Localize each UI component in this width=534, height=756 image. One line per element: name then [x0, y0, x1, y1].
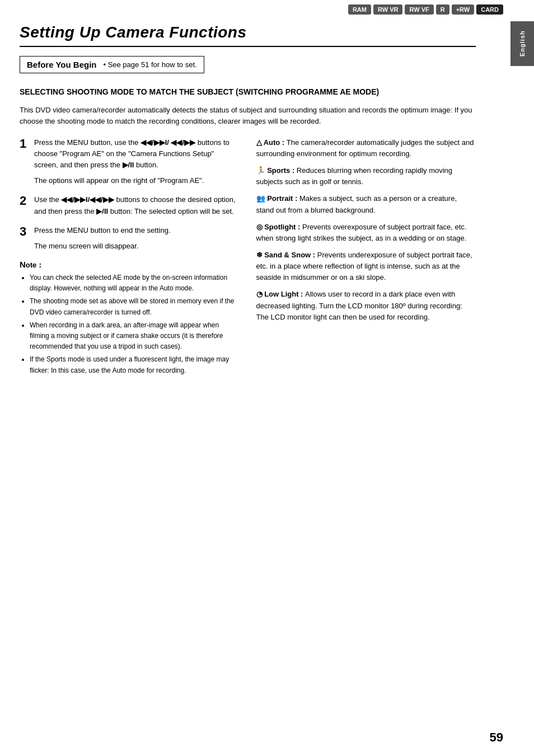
step-number-2: 2 — [20, 194, 31, 208]
step-2: 2 Use the ◀◀/▶▶I/◀◀/▶▶ buttons to choose… — [20, 194, 240, 217]
mode-low-light: ◔ Low Light : Allows user to record in a… — [256, 289, 476, 322]
spotlight-label: Spotlight : — [264, 223, 302, 231]
step-3-indent: The menu screen will disappear. — [34, 241, 171, 252]
before-begin-text: • See page 51 for how to set. — [103, 60, 196, 69]
step-1-indent: The options will appear on the right of … — [34, 175, 240, 186]
mode-auto: △ Auto : The camera/recorder automatical… — [256, 137, 476, 159]
intro-paragraph: This DVD video camera/recorder automatic… — [20, 105, 476, 127]
portrait-label: Portrait : — [267, 194, 299, 203]
two-column-layout: 1 Press the MENU button, use the ◀◀/▶▶I/… — [20, 137, 476, 378]
section-heading: SELECTING SHOOTING MODE TO MATCH THE SUB… — [20, 87, 476, 98]
sports-icon: 🏃 — [256, 166, 268, 175]
step-3: 3 Press the MENU button to end the setti… — [20, 225, 240, 252]
modes-column: △ Auto : The camera/recorder automatical… — [256, 137, 476, 378]
step-2-text: Use the ◀◀/▶▶I/◀◀/▶▶ buttons to choose t… — [34, 194, 240, 217]
top-nav: RAM RW VR RW VF R +RW CARD — [0, 0, 534, 18]
page-title: Setting Up Camera Functions — [20, 24, 476, 47]
step-3-text: Press the MENU button to end the setting… — [34, 225, 171, 236]
nav-pill-plusrw[interactable]: +RW — [452, 4, 475, 15]
step-1: 1 Press the MENU button, use the ◀◀/▶▶I/… — [20, 137, 240, 187]
mode-sports: 🏃 Sports : Reduces blurring when recordi… — [256, 165, 476, 187]
nav-pill-rwvf[interactable]: RW VF — [405, 4, 433, 15]
language-sidebar: English — [510, 21, 534, 66]
main-content: Setting Up Camera Functions Before You B… — [0, 18, 509, 401]
nav-pill-ram[interactable]: RAM — [348, 4, 371, 15]
nav-pill-r[interactable]: R — [436, 4, 449, 15]
note-list: You can check the selected AE mode by th… — [20, 273, 240, 376]
sand-snow-label: Sand & Snow : — [264, 251, 317, 259]
spotlight-icon: ◎ — [256, 223, 265, 231]
mode-sand-snow: ❄ Sand & Snow : Prevents underexposure o… — [256, 250, 476, 283]
auto-icon: △ — [256, 138, 264, 147]
before-you-begin-box: Before You Begin • See page 51 for how t… — [20, 56, 204, 73]
auto-desc: The camera/recorder automatically judges… — [256, 138, 474, 158]
steps-column: 1 Press the MENU button, use the ◀◀/▶▶I/… — [20, 137, 240, 378]
note-item-1: You can check the selected AE mode by th… — [30, 273, 240, 294]
note-item-3: When recording in a dark area, an after-… — [30, 320, 240, 353]
portrait-icon: 👥 — [256, 194, 268, 203]
sports-label: Sports : — [267, 166, 297, 175]
note-section: Note： You can check the selected AE mode… — [20, 260, 240, 376]
mode-spotlight: ◎ Spotlight : Prevents overexposure of s… — [256, 222, 476, 244]
low-light-label: Low Light : — [264, 290, 305, 298]
nav-pill-rwvr[interactable]: RW VR — [373, 4, 402, 15]
page-number: 59 — [490, 730, 503, 745]
sand-snow-icon: ❄ — [256, 251, 265, 259]
note-label: Note： — [20, 260, 240, 270]
before-begin-label: Before You Begin — [27, 60, 96, 69]
note-item-4: If the Sports mode is used under a fluor… — [30, 354, 240, 375]
step-number-1: 1 — [20, 137, 31, 151]
step-1-text: Press the MENU button, use the ◀◀/▶▶I/ ◀… — [34, 137, 240, 171]
step-number-3: 3 — [20, 225, 31, 238]
auto-label: Auto : — [264, 138, 287, 147]
low-light-icon: ◔ — [256, 290, 265, 298]
mode-portrait: 👥 Portrait : Makes a subject, such as a … — [256, 193, 476, 215]
note-item-2: The shooting mode set as above will be s… — [30, 296, 240, 317]
nav-pill-card[interactable]: CARD — [476, 4, 503, 15]
